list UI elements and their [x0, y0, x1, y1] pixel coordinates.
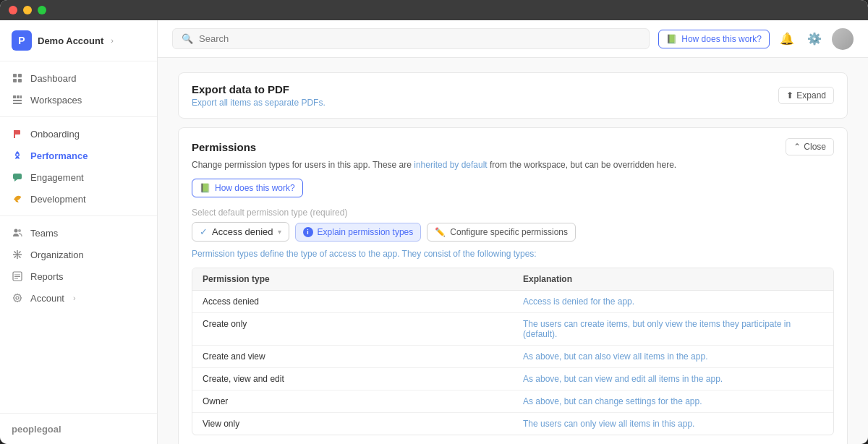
expand-icon: ⬆	[786, 90, 793, 101]
permissions-header: Permissions ⌃ Close	[179, 128, 847, 155]
how-does-it-work-button[interactable]: 📗 How does this work?	[658, 30, 770, 48]
table-row: Create and view As above, but can also v…	[192, 346, 833, 368]
sidebar-item-label: Reports	[30, 271, 64, 282]
nav-divider	[0, 116, 157, 117]
select-label: Select default permission type (required…	[192, 208, 834, 218]
col-header-type: Permission type	[192, 268, 513, 290]
sidebar-item-teams[interactable]: Teams	[0, 222, 157, 244]
svg-rect-6	[20, 95, 22, 98]
sidebar-item-development[interactable]: Development	[0, 188, 157, 210]
perm-type: Access denied	[192, 291, 513, 312]
sidebar-item-reports[interactable]: Reports	[0, 265, 157, 287]
svg-line-24	[14, 256, 17, 258]
chevron-up-icon: ⌃	[793, 142, 801, 152]
nav-divider-2	[0, 215, 157, 216]
sidebar-item-label: Teams	[30, 228, 58, 239]
topbar-actions: 📗 How does this work? 🔔 ⚙️	[658, 28, 854, 50]
svg-point-29	[16, 296, 19, 299]
table-header: Permission type Explanation	[192, 268, 833, 291]
rocket-icon	[12, 150, 23, 161]
svg-line-23	[19, 252, 21, 254]
sidebar-item-label: Development	[30, 194, 86, 205]
svg-rect-2	[13, 79, 17, 82]
permission-controls: ✓ Access denied ▾ i Explain permission t…	[192, 222, 834, 242]
permissions-title: Permissions	[192, 141, 256, 153]
sidebar-item-label: Onboarding	[30, 129, 80, 140]
sidebar-item-account[interactable]: Account ›	[0, 287, 157, 309]
search-icon: 🔍	[182, 33, 193, 44]
perm-explanation: As above, but can change settings for th…	[513, 390, 833, 412]
chat-icon	[12, 171, 23, 183]
sidebar-item-dashboard[interactable]: Dashboard	[0, 67, 157, 89]
export-expand-button[interactable]: ⬆ Expand	[778, 87, 834, 104]
required-label: (required)	[310, 208, 347, 218]
maximize-button[interactable]	[38, 6, 46, 14]
permissions-description: Change permission types for users in thi…	[192, 160, 834, 170]
people-icon	[12, 227, 23, 239]
sidebar-item-label: Dashboard	[30, 73, 77, 84]
export-section-header: Export data to PDF Export all items as s…	[179, 73, 847, 118]
sidebar-item-label: Account	[30, 293, 64, 304]
svg-rect-1	[18, 74, 22, 77]
sidebar-chevron-icon: ›	[111, 36, 114, 45]
table-row: Access denied Access is denied for the a…	[192, 291, 833, 313]
svg-point-11	[17, 154, 19, 156]
export-subtitle: Export all items as separate PDFs.	[192, 98, 326, 108]
check-icon: ✓	[200, 226, 208, 237]
perm-type: View only	[192, 413, 513, 435]
explain-permissions-button[interactable]: i Explain permission types	[295, 223, 422, 242]
perm-explanation: The users can create items, but only vie…	[513, 313, 833, 345]
notifications-icon[interactable]: 🔔	[777, 29, 797, 49]
table-row: Create only The users can create items, …	[192, 313, 833, 346]
sidebar-item-engagement[interactable]: Engagement	[0, 166, 157, 188]
export-title: Export data to PDF	[192, 83, 326, 95]
bird-icon	[12, 193, 23, 205]
permissions-section: Permissions ⌃ Close Change permission ty…	[178, 127, 848, 444]
sidebar-item-performance[interactable]: Performance	[0, 145, 157, 166]
dropdown-chevron-icon: ▾	[278, 228, 281, 236]
book-small-icon: 📗	[200, 183, 210, 193]
perm-type: Owner	[192, 390, 513, 412]
asterisk-icon	[12, 249, 23, 260]
perm-type: Create only	[192, 313, 513, 345]
permissions-how-does-button[interactable]: 📗 How does this work?	[192, 179, 303, 197]
table-row: Create, view and edit As above, but can …	[192, 368, 833, 390]
sidebar-footer: peoplegoal	[0, 413, 157, 444]
perm-explanation: As above, but can view and edit all item…	[513, 368, 833, 390]
permissions-close-button[interactable]: ⌃ Close	[786, 138, 834, 155]
svg-rect-12	[13, 174, 22, 179]
search-bar[interactable]: 🔍	[172, 28, 650, 49]
permissions-table: Permission type Explanation Access denie…	[192, 268, 834, 435]
sidebar-item-label: Performance	[30, 150, 88, 161]
access-denied-dropdown[interactable]: ✓ Access denied ▾	[192, 222, 289, 242]
permissions-body: Change permission types for users in thi…	[179, 160, 847, 444]
search-input[interactable]	[199, 33, 640, 44]
sidebar-header: P Demo Account ›	[0, 20, 157, 61]
minimize-button[interactable]	[23, 6, 32, 14]
settings-icon[interactable]: ⚙️	[804, 29, 825, 49]
titlebar	[0, 0, 868, 20]
avatar[interactable]	[832, 28, 854, 50]
svg-rect-0	[13, 74, 17, 77]
svg-rect-10	[14, 130, 15, 138]
flag-icon	[12, 128, 23, 140]
info-icon: i	[303, 227, 313, 237]
reports-icon	[12, 270, 23, 282]
peoplegoal-logo: peoplegoal	[12, 424, 61, 435]
topbar: 🔍 📗 How does this work? 🔔 ⚙️	[158, 20, 868, 58]
configure-permissions-button[interactable]: ✏️ Configure specific permissions	[427, 223, 576, 242]
export-section: Export data to PDF Export all items as s…	[178, 72, 848, 119]
close-button[interactable]	[9, 6, 17, 14]
sidebar-item-onboarding[interactable]: Onboarding	[0, 123, 157, 145]
pencil-icon: ✏️	[435, 227, 446, 237]
perm-type: Create, view and edit	[192, 368, 513, 390]
sidebar-item-label: Organization	[30, 249, 84, 260]
sidebar-item-workspaces[interactable]: Workspaces	[0, 89, 157, 111]
sidebar: P Demo Account › Dashboard	[0, 20, 158, 444]
sidebar-item-label: Engagement	[30, 172, 84, 183]
book-icon: 📗	[666, 34, 677, 44]
perm-info-text: Permission types define the type of acce…	[192, 249, 834, 259]
main-area: 🔍 📗 How does this work? 🔔 ⚙️	[158, 20, 868, 444]
sidebar-nav: Dashboard Workspaces Onboarding	[0, 61, 157, 413]
sidebar-item-organization[interactable]: Organization	[0, 244, 157, 265]
